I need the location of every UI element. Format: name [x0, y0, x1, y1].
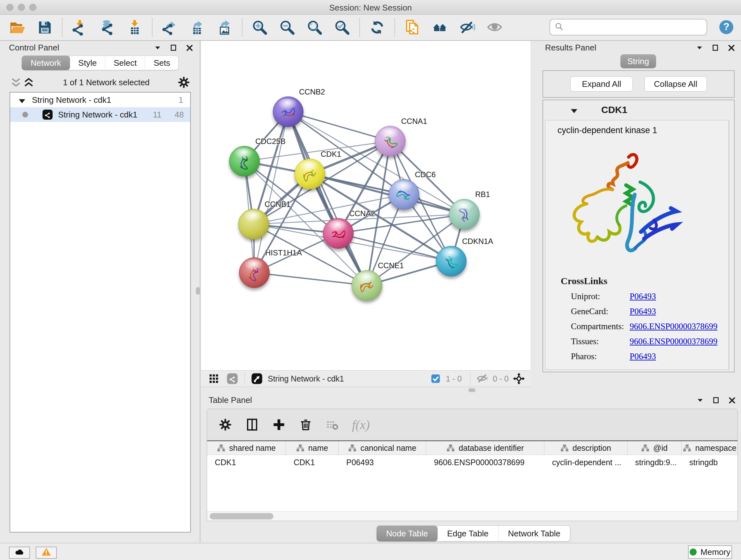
show-preview-icon[interactable]: [486, 19, 503, 36]
selected-nodes-checkbox-icon[interactable]: [428, 372, 443, 386]
node-HIST1H1A[interactable]: [239, 257, 270, 288]
cloud-button[interactable]: [9, 547, 30, 559]
panel-close-icon[interactable]: [728, 396, 737, 405]
search-box[interactable]: [549, 19, 707, 36]
gene-collapse-triangle-icon[interactable]: [569, 106, 579, 113]
tab-network[interactable]: Network: [22, 56, 70, 70]
copy-documents-icon[interactable]: [404, 19, 421, 36]
node-CCNE1[interactable]: [352, 270, 382, 301]
table-row[interactable]: CDK1CDK1P064939606.ENSP00000378699cyclin…: [207, 455, 738, 470]
zoom-selected-icon[interactable]: [334, 19, 350, 36]
panel-float-icon[interactable]: [711, 44, 720, 52]
column-header-canonical-name[interactable]: canonical name: [339, 441, 426, 455]
column-header--id[interactable]: @id: [627, 441, 682, 455]
zoom-out-icon[interactable]: [279, 19, 295, 36]
panel-menu-icon[interactable]: [696, 396, 704, 405]
network-overview-icon[interactable]: [225, 372, 239, 386]
search-input[interactable]: [567, 23, 702, 32]
table-cell[interactable]: stringdb: [682, 455, 738, 470]
table-cell[interactable]: CDK1: [286, 455, 339, 470]
export-network-icon[interactable]: [161, 19, 178, 36]
tab-sets[interactable]: Sets: [145, 56, 179, 70]
add-column-icon[interactable]: [272, 417, 286, 432]
table-horizontal-scrollbar[interactable]: [207, 511, 738, 521]
table-cell[interactable]: P06493: [339, 455, 426, 470]
left-splitter-handle[interactable]: [196, 287, 200, 295]
collapse-all-networks-icon[interactable]: [10, 77, 22, 88]
edge-HIST1H1A-CCNE1[interactable]: [254, 273, 367, 286]
tree-collapse-triangle-icon[interactable]: [17, 97, 27, 104]
edge-CDC6-CCNB1[interactable]: [254, 194, 404, 224]
refresh-layout-icon[interactable]: [369, 19, 386, 36]
table-cell[interactable]: CDK1: [207, 455, 286, 470]
network-row-selected[interactable]: String Network - cdk1 11 48: [10, 107, 190, 122]
panel-menu-icon[interactable]: [153, 44, 162, 52]
tab-string[interactable]: String: [620, 54, 656, 68]
memory-button[interactable]: Memory: [688, 545, 732, 559]
gene-section-header[interactable]: CDK1: [543, 100, 734, 119]
crosslink-link[interactable]: 9606.ENSP00000378699: [630, 321, 718, 331]
panel-close-icon[interactable]: [727, 44, 736, 52]
node-CDC25B[interactable]: [229, 146, 260, 177]
network-options-gear-icon[interactable]: [178, 76, 190, 89]
horizontal-splitter-handle[interactable]: [468, 388, 475, 392]
node-CDKN1A[interactable]: [436, 246, 467, 276]
delete-column-icon[interactable]: [298, 417, 313, 432]
edge-CCNB2-CCNE1[interactable]: [288, 112, 367, 286]
node-RB1[interactable]: [449, 199, 480, 230]
crosslink-link[interactable]: P06493: [630, 292, 656, 301]
pan-crosshair-icon[interactable]: [512, 372, 526, 386]
column-header-description[interactable]: description: [544, 441, 627, 455]
node-CCNA1[interactable]: [375, 126, 406, 157]
crosslink-link[interactable]: P06493: [630, 352, 656, 361]
export-table-icon[interactable]: [189, 19, 205, 36]
collapse-all-button[interactable]: Collapse All: [644, 76, 707, 91]
column-header-namespace[interactable]: namespace: [682, 441, 738, 455]
node-CCNA2[interactable]: [323, 218, 354, 249]
table-cell[interactable]: 9606.ENSP00000378699: [426, 455, 544, 470]
horizontal-splitter[interactable]: [201, 387, 741, 393]
results-scrollbar[interactable]: [729, 120, 733, 370]
help-button[interactable]: ?: [718, 18, 735, 36]
node-CDC6[interactable]: [389, 179, 419, 210]
panel-close-icon[interactable]: [185, 44, 194, 52]
panel-float-icon[interactable]: [712, 396, 721, 405]
tab-style[interactable]: Style: [70, 56, 105, 70]
table-settings-gear-icon[interactable]: [218, 417, 232, 432]
panel-float-icon[interactable]: [169, 44, 178, 52]
network-collection-row[interactable]: String Network - cdk1 1: [10, 92, 190, 107]
zoom-fit-icon[interactable]: [307, 19, 323, 36]
column-header-name[interactable]: name: [286, 441, 339, 455]
scrollbar-thumb[interactable]: [210, 513, 273, 519]
node-CCNB2[interactable]: [273, 97, 304, 127]
zoom-in-icon[interactable]: [252, 19, 268, 36]
hidden-elements-icon[interactable]: [475, 372, 489, 386]
open-session-icon[interactable]: [9, 19, 25, 36]
birdseye-view-icon[interactable]: [250, 372, 264, 386]
table-cell[interactable]: stringdb:9...: [627, 455, 682, 470]
network-view[interactable]: CCNB2 CCNA1 CDC25B CDK1 CDC6: [201, 41, 530, 370]
export-image-icon[interactable]: [216, 19, 233, 36]
node-CDK1[interactable]: [294, 159, 325, 189]
show-columns-icon[interactable]: [245, 417, 259, 432]
expand-all-button[interactable]: Expand All: [570, 76, 633, 91]
edge-CCNB2-CCNA1[interactable]: [288, 112, 390, 141]
expand-all-networks-icon[interactable]: [22, 77, 35, 88]
import-table-icon[interactable]: [126, 19, 143, 36]
crosslink-link[interactable]: 9606.ENSP00000378699: [630, 336, 718, 347]
tab-select[interactable]: Select: [105, 56, 145, 70]
grid-view-icon[interactable]: [207, 372, 221, 386]
table-cell[interactable]: cyclin-dependent ...: [544, 455, 627, 470]
node-CCNB1[interactable]: [239, 209, 269, 240]
panel-menu-icon[interactable]: [695, 44, 704, 52]
crosslink-link[interactable]: P06493: [630, 307, 656, 316]
import-network-file-icon[interactable]: [71, 19, 88, 36]
save-session-icon[interactable]: [37, 19, 53, 36]
column-header-shared-name[interactable]: shared name: [207, 441, 286, 455]
import-network-database-icon[interactable]: [99, 19, 116, 36]
tab-network-table[interactable]: Network Table: [498, 526, 570, 541]
first-neighbors-icon[interactable]: [431, 19, 448, 36]
tab-node-table[interactable]: Node Table: [377, 525, 438, 542]
hide-selected-icon[interactable]: [459, 19, 475, 36]
column-header-database-identifier[interactable]: database identifier: [426, 441, 544, 455]
